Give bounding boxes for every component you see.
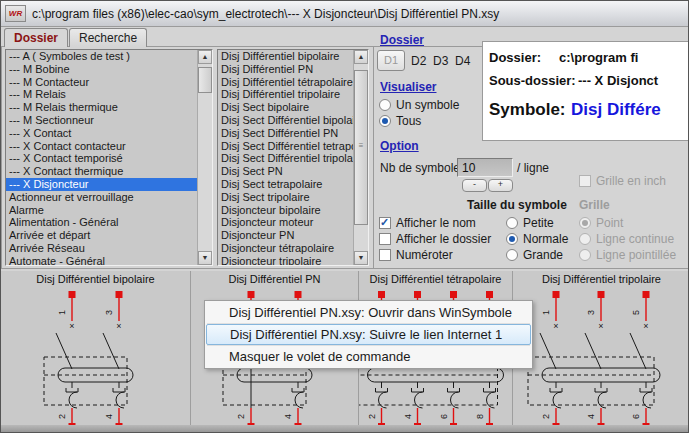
checkbox-icon[interactable] bbox=[379, 217, 391, 229]
tab-recherche[interactable]: Recherche bbox=[69, 28, 147, 47]
visualiser-option[interactable]: Tous bbox=[379, 113, 459, 129]
folder-list-item[interactable]: Automate - Général bbox=[6, 255, 197, 265]
symbol-list-item[interactable]: Disjoncteur PN bbox=[218, 229, 353, 242]
checkbox-icon[interactable] bbox=[379, 233, 391, 245]
display-option[interactable]: Afficher le dossier bbox=[379, 231, 491, 247]
folder-list-item[interactable]: --- A ( Symboles de test ) bbox=[6, 50, 197, 63]
preview-cell[interactable]: Disj Différentiel bipolaire1×23×4 bbox=[1, 271, 191, 433]
visualiser-link[interactable]: Visualiser bbox=[380, 80, 436, 94]
increment-button[interactable]: + bbox=[488, 179, 513, 192]
symbol-list-item[interactable]: Disj Sect Différentiel PN bbox=[218, 127, 353, 140]
folder-list-item[interactable]: Arrivée Réseau bbox=[6, 242, 197, 255]
symbol-list-item[interactable]: Disj Sect PN bbox=[218, 165, 353, 178]
taille-option[interactable]: Normale bbox=[506, 231, 568, 247]
scroll-down-icon[interactable]: ▼ bbox=[354, 251, 368, 265]
radio-icon[interactable] bbox=[506, 249, 518, 261]
taille-option[interactable]: Grande bbox=[506, 247, 568, 263]
option-link[interactable]: Option bbox=[380, 139, 419, 153]
nb-symbole-input[interactable] bbox=[457, 158, 513, 177]
dossier-link[interactable]: Dossier bbox=[380, 33, 424, 47]
grille-option-label: Ligne continue bbox=[596, 232, 674, 246]
context-menu-item[interactable]: Disj Différentiel PN.xsy: Ouvrir dans Wi… bbox=[206, 302, 531, 323]
folder-list-item[interactable]: --- M Relais thermique bbox=[6, 101, 197, 114]
symbols-scroll-track[interactable]: ≡ bbox=[354, 64, 368, 251]
tab-dossier[interactable]: Dossier bbox=[4, 28, 68, 47]
visualiser-option-label: Tous bbox=[396, 114, 421, 128]
folder-list-item[interactable]: Alimentation - Général bbox=[6, 216, 197, 229]
folder-list-item[interactable]: --- X Disjoncteur bbox=[6, 178, 197, 191]
radio-icon[interactable] bbox=[379, 115, 391, 127]
grille-option-label: Point bbox=[596, 216, 623, 230]
folders-list: --- A ( Symboles de test )--- M Bobine--… bbox=[5, 49, 213, 266]
breaker-symbol-drawing[interactable]: 1×23×4 bbox=[1, 287, 190, 432]
symbol-list-item[interactable]: Disj Sect tetrapolaire bbox=[218, 178, 353, 191]
symbols-scrollbar[interactable]: ▲ ≡ ▼ bbox=[353, 50, 368, 265]
visualiser-option[interactable]: Un symbole bbox=[379, 97, 459, 113]
folder-list-item[interactable]: --- X Contact thermique bbox=[6, 165, 197, 178]
breaker-symbol-drawing[interactable]: 1×23×45×6 bbox=[513, 287, 689, 432]
grille-option-label: Ligne pointillée bbox=[596, 248, 676, 262]
folders-scroll-track[interactable] bbox=[198, 64, 212, 251]
folder-list-item[interactable]: Actionneur et verrouillage bbox=[6, 191, 197, 204]
display-option[interactable]: Numéroter bbox=[379, 247, 491, 263]
symbol-list-item[interactable]: Disj Différentiel PN bbox=[218, 63, 353, 76]
dossier-button-d3[interactable]: D3 bbox=[433, 54, 448, 68]
scroll-up-icon[interactable]: ▲ bbox=[198, 50, 212, 64]
display-option[interactable]: Afficher le nom bbox=[379, 215, 491, 231]
symbol-list-item[interactable]: Disj Différentiel bipolaire bbox=[218, 50, 353, 63]
app-icon: WR bbox=[5, 5, 26, 22]
radio-icon bbox=[579, 217, 591, 229]
folder-list-item[interactable]: --- X Contact contacteur bbox=[6, 140, 197, 153]
dossier-button-d4[interactable]: D4 bbox=[455, 54, 470, 68]
context-menu-item[interactable]: Disj Différentiel PN.xsy: Suivre le lien… bbox=[206, 324, 531, 345]
taille-option-label: Petite bbox=[523, 216, 554, 230]
scroll-down-icon[interactable]: ▼ bbox=[198, 251, 212, 265]
svg-text:2: 2 bbox=[541, 414, 551, 419]
symbol-list-item[interactable]: Disjoncteur moteur bbox=[218, 216, 353, 229]
symbols-list: Disj Différentiel bipolaireDisj Différen… bbox=[217, 49, 369, 266]
preview-cell-label: Disj Différentiel tétrapolaire bbox=[359, 273, 512, 285]
folder-list-item[interactable]: Arrivée et départ bbox=[6, 229, 197, 242]
folders-list-items: --- A ( Symboles de test )--- M Bobine--… bbox=[6, 50, 197, 265]
symbol-list-item[interactable]: Disj Sect Différentiel tetrapolaire bbox=[218, 140, 353, 153]
info-dossier-label: Dossier: bbox=[489, 50, 541, 65]
svg-text:2: 2 bbox=[367, 414, 377, 419]
symbol-list-item[interactable]: Disj Différentiel tétrapolaire bbox=[218, 76, 353, 89]
dossier-button-d2[interactable]: D2 bbox=[411, 54, 426, 68]
symbol-list-item[interactable]: Disj Différentiel tripolaire bbox=[218, 88, 353, 101]
svg-text:×: × bbox=[643, 321, 648, 331]
radio-icon[interactable] bbox=[506, 217, 518, 229]
radio-icon[interactable] bbox=[506, 233, 518, 245]
radio-icon[interactable] bbox=[379, 99, 391, 111]
info-symbole-label: Symbole: bbox=[489, 100, 566, 120]
scroll-up-icon[interactable]: ▲ bbox=[354, 50, 368, 64]
context-menu-item[interactable]: Masquer le volet de commande bbox=[206, 346, 531, 367]
svg-text:6: 6 bbox=[631, 414, 641, 419]
decrement-button[interactable]: - bbox=[462, 179, 487, 192]
folders-scrollbar[interactable]: ▲ ▼ bbox=[197, 50, 212, 265]
folder-list-item[interactable]: Alarme bbox=[6, 204, 197, 217]
folder-list-item[interactable]: --- M Relais bbox=[6, 88, 197, 101]
taille-option-label: Grande bbox=[523, 248, 563, 262]
folder-list-item[interactable]: --- M Bobine bbox=[6, 63, 197, 76]
preview-cell[interactable]: Disj Différentiel tripolaire1×23×45×6 bbox=[513, 271, 689, 433]
folder-list-item[interactable]: --- X Contact bbox=[6, 127, 197, 140]
folders-scroll-thumb[interactable] bbox=[198, 67, 212, 93]
taille-option[interactable]: Petite bbox=[506, 215, 568, 231]
symbols-scroll-thumb[interactable]: ≡ bbox=[354, 70, 368, 225]
taille-option-label: Normale bbox=[523, 232, 568, 246]
folder-list-item[interactable]: --- X Contact temporisé bbox=[6, 152, 197, 165]
checkbox-icon[interactable] bbox=[379, 249, 391, 261]
symbol-list-item[interactable]: Disj Sect tripolaire bbox=[218, 191, 353, 204]
folder-list-item[interactable]: --- M Sectionneur bbox=[6, 114, 197, 127]
symbol-list-item[interactable]: Disj Sect Différentiel tripolaire bbox=[218, 152, 353, 165]
folder-list-item[interactable]: --- M Contacteur bbox=[6, 76, 197, 89]
bottom-strip bbox=[1, 425, 688, 432]
svg-text:5: 5 bbox=[631, 310, 641, 315]
dossier-button-d1[interactable]: D1 bbox=[377, 50, 405, 71]
symbol-list-item[interactable]: Disjoncteur tétrapolaire bbox=[218, 242, 353, 255]
symbol-list-item[interactable]: Disjoncteur bipolaire bbox=[218, 204, 353, 217]
symbol-list-item[interactable]: Disj Sect Différentiel bipolaire bbox=[218, 114, 353, 127]
symbol-list-item[interactable]: Disj Sect bipolaire bbox=[218, 101, 353, 114]
symbol-list-item[interactable]: Disjoncteur tripolaire bbox=[218, 255, 353, 265]
